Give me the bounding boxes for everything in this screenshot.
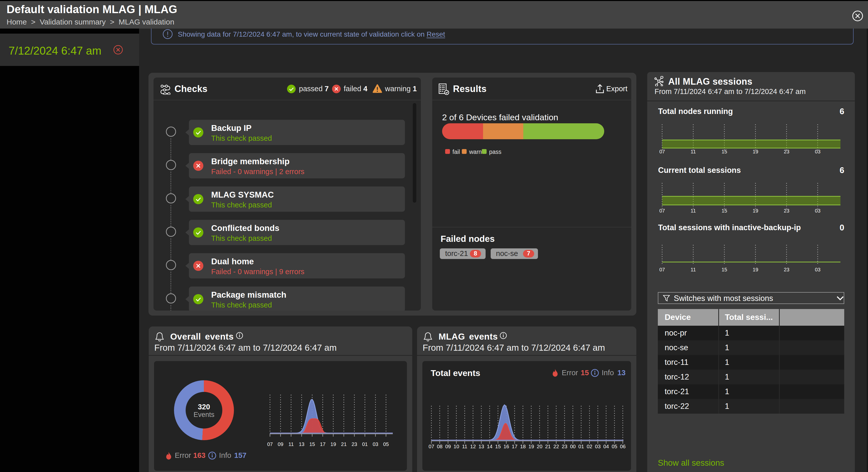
svg-text:06: 06: [620, 444, 625, 449]
svg-text:19: 19: [331, 441, 336, 447]
svg-text:15: 15: [309, 441, 315, 447]
svg-text:17: 17: [512, 444, 518, 449]
svg-text:15: 15: [721, 267, 727, 272]
svg-text:11: 11: [691, 267, 696, 272]
svg-text:09: 09: [278, 441, 283, 447]
svg-text:03: 03: [373, 441, 378, 447]
svg-text:07: 07: [659, 267, 665, 272]
svg-text:13: 13: [299, 441, 304, 447]
svg-text:18: 18: [520, 444, 526, 449]
svg-text:03: 03: [815, 149, 820, 155]
svg-text:07: 07: [267, 441, 273, 447]
svg-text:16: 16: [503, 444, 509, 449]
svg-text:03: 03: [815, 267, 820, 272]
svg-text:07: 07: [429, 444, 434, 449]
svg-text:03: 03: [595, 444, 601, 449]
svg-text:15: 15: [721, 208, 727, 213]
svg-text:21: 21: [545, 444, 551, 449]
svg-text:14: 14: [487, 444, 492, 449]
svg-text:19: 19: [753, 267, 758, 272]
svg-text:19: 19: [753, 149, 758, 155]
svg-text:05: 05: [612, 444, 617, 449]
svg-text:11: 11: [462, 444, 467, 449]
svg-text:15: 15: [495, 444, 501, 449]
svg-text:20: 20: [537, 444, 542, 449]
svg-text:03: 03: [815, 208, 820, 213]
svg-text:23: 23: [784, 267, 789, 272]
svg-text:09: 09: [445, 444, 451, 449]
svg-text:12: 12: [470, 444, 476, 449]
svg-text:11: 11: [691, 149, 696, 155]
svg-text:11: 11: [691, 208, 696, 213]
svg-text:05: 05: [383, 441, 389, 447]
svg-text:23: 23: [784, 149, 789, 155]
svg-text:07: 07: [659, 208, 665, 213]
svg-text:10: 10: [454, 444, 459, 449]
svg-text:15: 15: [721, 149, 727, 155]
svg-text:04: 04: [603, 444, 609, 449]
svg-text:23: 23: [351, 441, 357, 447]
svg-text:19: 19: [753, 208, 758, 213]
svg-text:00: 00: [570, 444, 576, 449]
svg-text:02: 02: [587, 444, 592, 449]
svg-text:11: 11: [288, 441, 294, 447]
svg-text:19: 19: [528, 444, 534, 449]
svg-text:23: 23: [562, 444, 567, 449]
svg-text:08: 08: [437, 444, 442, 449]
svg-text:01: 01: [362, 441, 368, 447]
svg-text:07: 07: [659, 149, 665, 155]
svg-text:13: 13: [478, 444, 484, 449]
svg-text:21: 21: [341, 441, 346, 447]
svg-text:01: 01: [579, 444, 584, 449]
svg-text:22: 22: [553, 444, 559, 449]
svg-text:23: 23: [784, 208, 789, 213]
svg-text:17: 17: [320, 441, 326, 447]
